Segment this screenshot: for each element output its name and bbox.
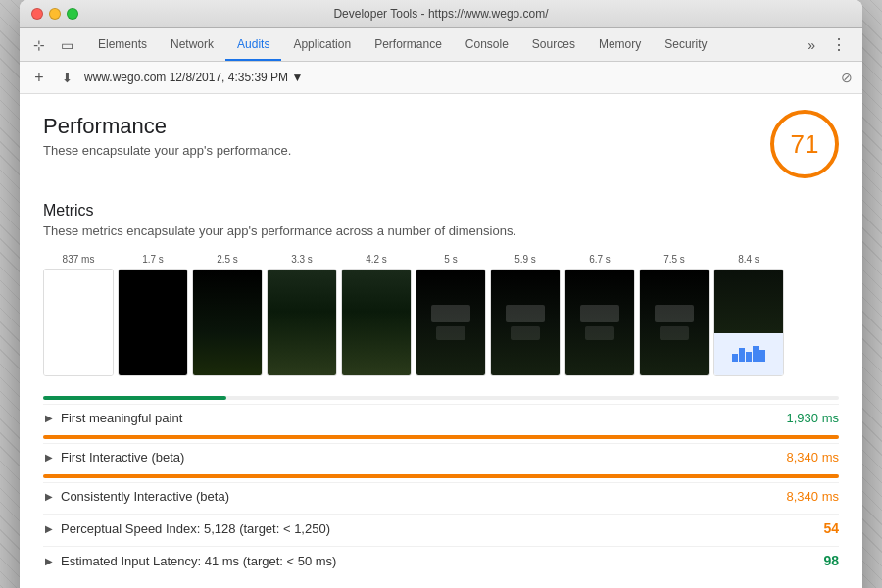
metric-bar-track-1 xyxy=(43,396,839,400)
metric-bar-fill-3 xyxy=(43,474,839,478)
score-circle: 71 xyxy=(770,110,839,178)
filmstrip-frame-2 xyxy=(118,269,188,376)
metric-row-5: ▶ Estimated Input Latency: 41 ms (target… xyxy=(43,546,839,574)
filmstrip-frame-8 xyxy=(564,269,635,376)
download-button[interactable]: ⬇ xyxy=(57,68,76,87)
metric-expand-1[interactable]: ▶ xyxy=(43,413,55,424)
tab-console[interactable]: Console xyxy=(454,28,520,61)
filmstrip: 837 ms 1.7 s 2.5 s xyxy=(43,254,839,376)
metrics-title: Metrics xyxy=(43,202,839,220)
metric-value-3: 8,340 ms xyxy=(787,489,839,504)
minimize-button[interactable] xyxy=(49,8,61,20)
stop-icon[interactable]: ⊘ xyxy=(841,70,853,85)
filmstrip-item-7: 5.9 s xyxy=(490,254,561,376)
metric-expand-2[interactable]: ▶ xyxy=(43,452,55,464)
metric-value-1: 1,930 ms xyxy=(787,411,839,425)
metric-row-1: ▶ First meaningful paint 1,930 ms xyxy=(43,396,839,431)
devtools-icons: ⊹ ▭ xyxy=(27,33,78,57)
tab-performance[interactable]: Performance xyxy=(363,28,454,61)
metric-row-2: ▶ First Interactive (beta) 8,340 ms xyxy=(43,435,839,470)
window-controls xyxy=(31,8,78,20)
metric-value-2: 8,340 ms xyxy=(787,450,839,465)
add-button[interactable]: + xyxy=(29,68,49,87)
filmstrip-item-9: 7.5 s xyxy=(639,254,710,376)
filmstrip-frame-1 xyxy=(43,269,114,376)
window-title: Developer Tools - https://www.wego.com/ xyxy=(333,7,548,21)
close-button[interactable] xyxy=(31,8,43,20)
metric-bar-fill-1 xyxy=(43,396,226,400)
tab-overflow-button[interactable]: » xyxy=(800,33,823,57)
performance-subtitle: These encapsulate your app's performance… xyxy=(43,143,291,158)
maximize-button[interactable] xyxy=(67,8,78,20)
tab-list: Elements Network Audits Application Perf… xyxy=(86,28,800,61)
metric-label-row-4: ▶ Perceptual Speed Index: 5,128 (target:… xyxy=(43,514,839,542)
filmstrip-frame-9 xyxy=(639,269,710,376)
tab-sources[interactable]: Sources xyxy=(520,28,587,61)
title-bar: Developer Tools - https://www.wego.com/ xyxy=(20,0,862,28)
metric-row-3: ▶ Consistently Interactive (beta) 8,340 … xyxy=(43,474,839,510)
filmstrip-frame-7 xyxy=(490,269,561,376)
metric-name-2: First Interactive (beta) xyxy=(61,450,781,465)
metric-bar-fill-2 xyxy=(43,435,839,439)
address-bar: + ⬇ www.wego.com 12/8/2017, 4:35:39 PM ▼… xyxy=(20,62,862,94)
performance-info: Performance These encapsulate your app's… xyxy=(43,114,291,158)
metric-expand-4[interactable]: ▶ xyxy=(43,522,55,534)
devtools-tab-bar: ⊹ ▭ Elements Network Audits Application … xyxy=(20,28,862,62)
filmstrip-time-4: 3.3 s xyxy=(291,254,313,265)
filmstrip-time-9: 7.5 s xyxy=(663,254,685,265)
filmstrip-item-1: 837 ms xyxy=(43,254,114,376)
tab-audits[interactable]: Audits xyxy=(225,28,281,61)
tab-memory[interactable]: Memory xyxy=(587,28,653,61)
metric-bar-track-3 xyxy=(43,474,839,478)
filmstrip-frame-3 xyxy=(192,269,263,376)
score-value: 71 xyxy=(791,129,819,160)
metric-label-row-1: ▶ First meaningful paint 1,930 ms xyxy=(43,404,839,431)
metric-name-1: First meaningful paint xyxy=(61,411,781,425)
performance-header: Performance These encapsulate your app's… xyxy=(43,114,839,178)
filmstrip-item-4: 3.3 s xyxy=(267,254,337,376)
filmstrip-item-2: 1.7 s xyxy=(118,254,188,376)
filmstrip-time-2: 1.7 s xyxy=(142,254,164,265)
filmstrip-time-10: 8.4 s xyxy=(738,254,760,265)
metrics-section: Metrics These metrics encapsulate your a… xyxy=(43,202,839,574)
filmstrip-frame-4 xyxy=(267,269,337,376)
device-icon[interactable]: ▭ xyxy=(55,33,78,57)
filmstrip-time-5: 4.2 s xyxy=(366,254,387,265)
main-content: Performance These encapsulate your app's… xyxy=(20,94,862,588)
metric-score-5: 98 xyxy=(809,553,839,568)
metric-row-4: ▶ Perceptual Speed Index: 5,128 (target:… xyxy=(43,514,839,542)
tab-security[interactable]: Security xyxy=(653,28,718,61)
metric-label-row-2: ▶ First Interactive (beta) 8,340 ms xyxy=(43,443,839,470)
cursor-icon[interactable]: ⊹ xyxy=(27,33,51,57)
tab-network[interactable]: Network xyxy=(159,28,225,61)
filmstrip-time-6: 5 s xyxy=(444,254,457,265)
tab-elements[interactable]: Elements xyxy=(86,28,159,61)
metric-name-5: Estimated Input Latency: 41 ms (target: … xyxy=(61,554,804,568)
browser-window: Developer Tools - https://www.wego.com/ … xyxy=(20,0,862,588)
metric-expand-3[interactable]: ▶ xyxy=(43,491,55,503)
filmstrip-time-1: 837 ms xyxy=(63,254,95,265)
metrics-subtitle: These metrics encapsulate your app's per… xyxy=(43,223,839,238)
metric-bar-track-2 xyxy=(43,435,839,439)
metric-expand-5[interactable]: ▶ xyxy=(43,555,55,566)
metric-score-4: 54 xyxy=(809,520,839,536)
metric-name-3: Consistently Interactive (beta) xyxy=(61,489,781,504)
metric-label-row-3: ▶ Consistently Interactive (beta) 8,340 … xyxy=(43,482,839,510)
filmstrip-item-5: 4.2 s xyxy=(341,254,412,376)
filmstrip-frame-10 xyxy=(713,269,784,376)
metric-name-4: Perceptual Speed Index: 5,128 (target: <… xyxy=(61,521,804,536)
address-url[interactable]: www.wego.com 12/8/2017, 4:35:39 PM ▼ xyxy=(84,71,833,84)
devtools-menu-button[interactable]: ⋮ xyxy=(823,31,855,58)
filmstrip-frame-6 xyxy=(416,269,486,376)
tab-application[interactable]: Application xyxy=(281,28,363,61)
filmstrip-time-7: 5.9 s xyxy=(514,254,536,265)
filmstrip-item-3: 2.5 s xyxy=(192,254,263,376)
filmstrip-item-10: 8.4 s xyxy=(713,254,784,376)
filmstrip-item-8: 6.7 s xyxy=(564,254,635,376)
performance-title: Performance xyxy=(43,114,291,139)
metric-label-row-5: ▶ Estimated Input Latency: 41 ms (target… xyxy=(43,546,839,574)
filmstrip-item-6: 5 s xyxy=(416,254,486,376)
filmstrip-time-3: 2.5 s xyxy=(217,254,238,265)
filmstrip-time-8: 6.7 s xyxy=(589,254,611,265)
filmstrip-frame-5 xyxy=(341,269,412,376)
